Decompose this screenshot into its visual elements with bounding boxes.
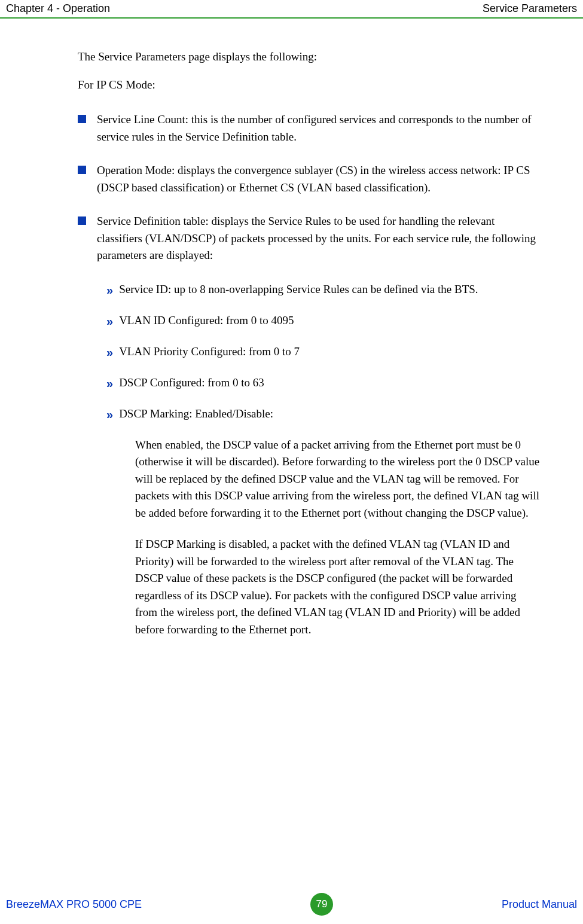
page-number-badge: 79	[310, 893, 333, 916]
chevron-bullet-icon: »	[106, 343, 111, 361]
sub-paragraph: When enabled, the DSCP value of a packet…	[135, 437, 541, 522]
bullet-item: Operation Mode: displays the convergence…	[78, 162, 541, 196]
sub-paragraph: If DSCP Marking is disabled, a packet wi…	[135, 536, 541, 638]
bullet-item: Service Line Count: this is the number o…	[78, 111, 541, 145]
sub-bullet-text: VLAN Priority Configured: from 0 to 7	[119, 343, 541, 361]
header-chapter: Chapter 4 - Operation	[6, 2, 110, 15]
sub-bullet-item: » VLAN Priority Configured: from 0 to 7	[106, 343, 541, 361]
chevron-bullet-icon: »	[106, 281, 111, 299]
sub-bullet-item: » Service ID: up to 8 non-overlapping Se…	[106, 281, 541, 299]
page-content: The Service Parameters page displays the…	[0, 19, 583, 638]
sub-bullet-text: Service ID: up to 8 non-overlapping Serv…	[119, 281, 541, 298]
intro-text: The Service Parameters page displays the…	[78, 48, 541, 66]
square-bullet-icon	[78, 166, 86, 174]
page-footer: BreezeMAX PRO 5000 CPE 79 Product Manual	[0, 888, 583, 924]
square-bullet-icon	[78, 216, 86, 225]
sub-bullet-item: » DSCP Configured: from 0 to 63	[106, 374, 541, 392]
page-header: Chapter 4 - Operation Service Parameters	[0, 0, 583, 19]
bullet-text: Service Line Count: this is the number o…	[97, 111, 541, 145]
sub-bullet-text: DSCP Configured: from 0 to 63	[119, 374, 541, 392]
square-bullet-icon	[78, 115, 86, 123]
bullet-text: Operation Mode: displays the convergence…	[97, 162, 541, 196]
mode-line: For IP CS Mode:	[78, 77, 541, 94]
bullet-text: Service Definition table: displays the S…	[97, 213, 541, 264]
sub-bullet-text: VLAN ID Configured: from 0 to 4095	[119, 312, 541, 330]
sub-bullet-item: » VLAN ID Configured: from 0 to 4095	[106, 312, 541, 330]
header-section: Service Parameters	[483, 2, 577, 15]
sub-bullet-text: DSCP Marking: Enabled/Disable:	[119, 405, 541, 423]
chevron-bullet-icon: »	[106, 312, 111, 330]
footer-product: BreezeMAX PRO 5000 CPE	[6, 898, 142, 911]
sub-bullet-list: » Service ID: up to 8 non-overlapping Se…	[106, 281, 541, 639]
sub-bullet-item: » DSCP Marking: Enabled/Disable:	[106, 405, 541, 423]
chevron-bullet-icon: »	[106, 405, 111, 423]
chevron-bullet-icon: »	[106, 374, 111, 392]
bullet-item: Service Definition table: displays the S…	[78, 213, 541, 264]
bullet-list: Service Line Count: this is the number o…	[78, 111, 541, 638]
footer-manual: Product Manual	[502, 898, 577, 911]
